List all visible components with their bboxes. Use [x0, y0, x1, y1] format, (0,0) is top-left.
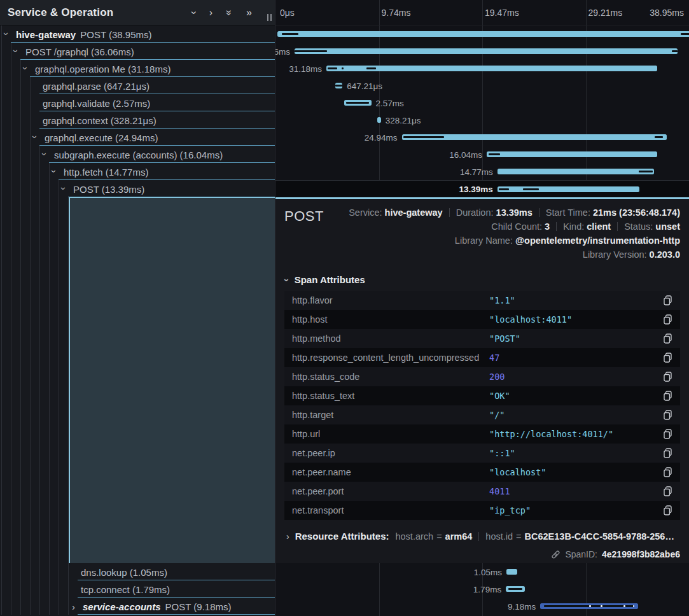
- chevron-down-icon[interactable]: ›: [50, 169, 59, 172]
- row-underline: [78, 614, 275, 615]
- copy-icon[interactable]: [662, 429, 672, 439]
- copy-icon[interactable]: [662, 295, 672, 305]
- chevron-down-icon[interactable]: ›: [21, 66, 31, 69]
- field-value: 21ms (23:56:48.174): [593, 207, 680, 218]
- span-row[interactable]: ›graphql.execute (24.94ms): [0, 129, 275, 146]
- operation-name: graphql.parse (647.21μs): [43, 80, 150, 91]
- attribute-key: http.url: [292, 429, 489, 439]
- span-row[interactable]: ›service-accountsPOST (9.18ms): [0, 598, 275, 615]
- copy-icon[interactable]: [662, 372, 672, 382]
- section-collapse-icon[interactable]: ›: [282, 278, 292, 281]
- copy-icon[interactable]: [662, 410, 672, 420]
- child-marker: [508, 588, 523, 590]
- span-label: http.fetch (14.77ms): [64, 166, 148, 177]
- span-row[interactable]: ›graphql.operation Me (31.18ms): [0, 60, 275, 77]
- resource-attributes-title: Resource Attributes:: [295, 531, 389, 542]
- child-marker: [328, 67, 338, 69]
- span-timeline-row[interactable]: 1.79ms: [275, 580, 689, 598]
- child-marker: [346, 102, 369, 104]
- chevron-down-icon[interactable]: ›: [59, 186, 69, 190]
- attribute-key: http.response_content_length_uncompresse…: [292, 353, 489, 363]
- span-bar[interactable]: [506, 569, 518, 575]
- span-bar[interactable]: [335, 83, 342, 88]
- attribute-key: http.status_code: [292, 372, 489, 382]
- span-name-column: Service & Operation › › » » ›hive-gatewa…: [0, 0, 275, 616]
- attribute-row: http.flavor"1.1": [284, 291, 680, 310]
- double-chevron-down-icon[interactable]: »: [225, 10, 235, 15]
- span-timeline-row[interactable]: 9.18ms: [275, 598, 689, 615]
- chevron-right-icon[interactable]: ›: [72, 601, 75, 611]
- span-bar[interactable]: [277, 31, 689, 37]
- link-icon[interactable]: [551, 550, 560, 559]
- child-marker-light: [589, 605, 591, 607]
- overview-line: Library Name: @opentelemetry/instrumenta…: [349, 234, 680, 248]
- resource-expand-icon[interactable]: ›: [286, 531, 289, 542]
- span-timeline-row[interactable]: 2.57ms: [275, 94, 689, 111]
- chevron-down-icon[interactable]: ›: [31, 135, 40, 138]
- span-timeline-row[interactable]: 16.04ms: [275, 146, 689, 163]
- span-bar[interactable]: [498, 169, 654, 174]
- resource-value: arm64: [445, 531, 473, 542]
- column-resizer-grip[interactable]: [267, 14, 272, 21]
- span-row[interactable]: dns.lookup (1.05ms): [0, 563, 275, 580]
- copy-icon[interactable]: [662, 353, 672, 363]
- span-bar[interactable]: [402, 134, 667, 140]
- span-row[interactable]: ›POST (13.39ms): [0, 180, 275, 197]
- double-chevron-right-icon[interactable]: »: [246, 8, 252, 18]
- span-timeline-row[interactable]: 13.39ms: [275, 180, 689, 197]
- span-row[interactable]: ›POST /graphql (36.06ms): [0, 43, 275, 60]
- span-row[interactable]: graphql.context (328.21μs): [0, 111, 275, 129]
- child-marker: [499, 188, 509, 190]
- resource-attributes-row[interactable]: › Resource Attributes: host.arch=arm64ho…: [284, 531, 680, 542]
- chevron-right-icon[interactable]: ›: [209, 8, 212, 18]
- span-row[interactable]: graphql.validate (2.57ms): [0, 94, 275, 111]
- chevron-down-icon[interactable]: ›: [188, 11, 198, 14]
- child-marker-light: [633, 605, 634, 607]
- span-duration-label: 13.39ms: [459, 185, 492, 194]
- copy-icon[interactable]: [662, 467, 672, 477]
- span-timeline-row[interactable]: 328.21μs: [275, 111, 689, 129]
- child-marker-light: [623, 605, 625, 607]
- span-bar[interactable]: [344, 100, 372, 106]
- span-timeline-row[interactable]: 38.95ms: [275, 25, 689, 43]
- span-bar[interactable]: [540, 603, 637, 609]
- span-bar[interactable]: [377, 117, 381, 123]
- copy-icon[interactable]: [662, 505, 672, 515]
- copy-icon[interactable]: [662, 486, 672, 496]
- span-bar[interactable]: [295, 48, 678, 54]
- span-row[interactable]: graphql.parse (647.21μs): [0, 77, 275, 94]
- tree-toolbar: › › » »: [192, 8, 252, 18]
- field-divider: [539, 208, 539, 217]
- span-timeline-row[interactable]: 24.94ms: [275, 129, 689, 146]
- chevron-down-icon[interactable]: ›: [2, 32, 11, 35]
- span-id-value: 4e21998f3b82abe6: [602, 549, 680, 559]
- span-row[interactable]: ›hive-gatewayPOST (38.95ms): [0, 25, 275, 43]
- span-bar[interactable]: [326, 66, 657, 71]
- span-bar[interactable]: [506, 586, 525, 592]
- page-title: Service & Operation: [8, 6, 113, 19]
- copy-icon[interactable]: [662, 333, 672, 344]
- span-bar[interactable]: [498, 186, 639, 192]
- span-timeline-row[interactable]: 31.18ms: [275, 60, 689, 77]
- chevron-down-icon[interactable]: ›: [40, 152, 50, 155]
- indent-guides: [0, 77, 31, 94]
- span-timeline-row[interactable]: 14.77ms: [275, 163, 689, 180]
- attribute-key: net.peer.ip: [292, 448, 489, 458]
- span-attributes-section-header[interactable]: › Span Attributes: [286, 274, 680, 285]
- span-row[interactable]: tcp.connect (1.79ms): [0, 580, 275, 598]
- indent-guides: [0, 197, 67, 563]
- child-marker: [523, 188, 539, 190]
- span-timeline-row[interactable]: 36.06ms: [275, 43, 689, 60]
- span-row[interactable]: ›http.fetch (14.77ms): [0, 163, 275, 180]
- chevron-down-icon[interactable]: ›: [11, 49, 21, 52]
- span-timeline-row[interactable]: 1.05ms: [275, 563, 689, 580]
- detail-indent-spacer: [0, 197, 275, 563]
- copy-icon[interactable]: [662, 314, 672, 325]
- span-timeline-row[interactable]: 647.21μs: [275, 77, 689, 94]
- span-bar[interactable]: [487, 151, 657, 157]
- operation-name: http.fetch (14.77ms): [64, 166, 148, 177]
- span-row[interactable]: ›subgraph.execute (accounts) (16.04ms): [0, 146, 275, 163]
- copy-icon[interactable]: [662, 391, 672, 401]
- span-detail-panel: POST Service: hive-gatewayDuration: 13.3…: [275, 197, 689, 563]
- copy-icon[interactable]: [662, 448, 672, 458]
